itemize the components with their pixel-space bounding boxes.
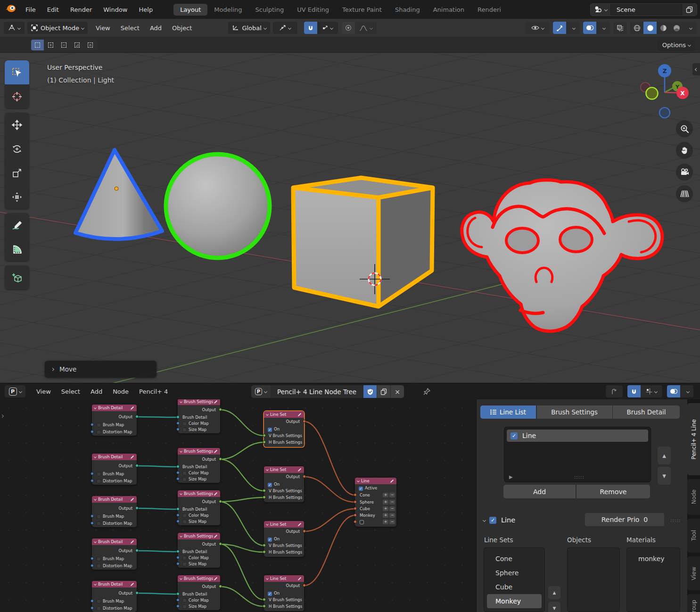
brush-settings-node-4-row-output[interactable]: Output [178, 541, 220, 547]
snap-with-dropdown[interactable] [317, 22, 338, 34]
xray-toggle[interactable] [613, 22, 626, 34]
select-box-tool-button[interactable] [5, 60, 29, 84]
line-set-item-cone[interactable]: Cone [487, 552, 542, 566]
shading-dropdown[interactable] [683, 22, 696, 34]
line-set-node-4-header[interactable]: Line Set [264, 575, 304, 582]
brush-detail-node-5-header[interactable]: Brush Detail [92, 581, 137, 587]
editor-type-button[interactable] [4, 22, 25, 34]
scene-datablock-icon[interactable] [591, 4, 611, 16]
brush-detail-node-2-row-brush-map[interactable]: Brush Map [92, 471, 137, 477]
brush-settings-node-2[interactable]: Brush SettingsOutputBrush DetailColor Ma… [178, 448, 220, 483]
node-menu-view[interactable]: View [31, 386, 56, 397]
workspace-tab-shading[interactable]: Shading [388, 4, 427, 16]
brush-settings-node-1-row-size-map[interactable]: Size Map [178, 427, 220, 432]
brush-detail-node-5[interactable]: Brush DetailOutputBrush MapDistortion Ma… [92, 581, 137, 612]
line-list-box[interactable]: ✓ Line ▶ ::::: [504, 427, 651, 482]
node-overlays-toggle[interactable] [667, 385, 680, 397]
node-menu-pencil-4[interactable]: Pencil+ 4 [134, 386, 173, 397]
brush-settings-node-1[interactable]: Brush SettingsOutputBrush DetailColor Ma… [178, 399, 220, 433]
line-sets-list[interactable]: ConeSphereCubeMonkey [484, 547, 545, 612]
line-node-row-sphere[interactable]: Sphere+− [355, 499, 396, 505]
line-set-item-cube[interactable]: Cube [487, 580, 542, 594]
materials-list[interactable]: monkey [626, 547, 680, 612]
annotate-tool-button[interactable] [5, 213, 29, 237]
line-set-node-3-row-h-brush-settings[interactable]: H Brush Settings [264, 549, 304, 555]
select-mode-subtract-button[interactable]: − [58, 40, 70, 50]
brush-settings-node-3-row-color-map[interactable]: Color Map [178, 513, 220, 518]
proportional-falloff-dropdown[interactable] [355, 22, 377, 34]
line-set-node-3-row-v-brush-settings[interactable]: V Brush Settings [264, 543, 304, 548]
side-tab-pencil-4-line[interactable]: Pencil+ 4 Line [687, 403, 700, 475]
brush-detail-node-1-row-distortion-map[interactable]: Distortion Map [92, 429, 137, 435]
brush-detail-node-5-row-output[interactable]: Output [92, 590, 137, 596]
monkey-object[interactable] [462, 180, 662, 331]
brush-settings-node-3-row-size-map[interactable]: Size Map [178, 519, 220, 524]
brush-detail-node-1-header[interactable]: Brush Detail [92, 405, 137, 411]
line-panel-header[interactable]: ✓ Line Render Prio 0 ::::: [480, 513, 678, 527]
brush-settings-node-2-row-size-map[interactable]: Size Map [178, 476, 220, 482]
line-set-node-1-row-h-brush-settings[interactable]: H Brush Settings [264, 439, 304, 445]
scene-copy-button[interactable] [682, 4, 697, 16]
brush-settings-node-5[interactable]: Brush SettingsOutputBrush DetailColor Ma… [178, 575, 220, 610]
line-set-up-button[interactable]: ▲ [548, 586, 560, 599]
operator-panel-move[interactable]: Move [45, 361, 156, 378]
brush-detail-node-1-row-brush-map[interactable]: Brush Map [92, 422, 137, 428]
orthographic-toggle-button[interactable] [676, 185, 693, 202]
line-node-row-cube[interactable]: Cube+− [355, 506, 396, 512]
node-editor-type-button[interactable]: P [5, 385, 25, 397]
side-tab-view[interactable]: View [687, 556, 700, 590]
node-menu-add[interactable]: Add [85, 386, 107, 397]
cursor-tool-button[interactable] [5, 84, 29, 108]
move-tool-button[interactable] [5, 113, 29, 137]
side-tab-node[interactable]: Node [687, 479, 700, 515]
node-overlays-dropdown[interactable] [680, 385, 693, 397]
gizmo-neg-z-ball[interactable] [659, 108, 670, 118]
navigation-gizmo[interactable]: Z Y X [641, 64, 689, 118]
line-node-row-cone[interactable]: Cone+− [355, 492, 396, 498]
line-set-node-4-row-on[interactable]: ✓On [264, 590, 304, 596]
transform-tool-button[interactable] [5, 185, 29, 209]
line-node[interactable]: Line✓ActiveCone+−Sphere+−Cube+−Monkey+−+… [355, 478, 396, 527]
add-button[interactable]: Add [503, 485, 576, 498]
panel-collapse-chevron[interactable] [483, 518, 486, 521]
shading-rendered-button[interactable] [670, 22, 683, 34]
visibility-dropdown[interactable] [526, 22, 549, 34]
brush-settings-node-3-row-output[interactable]: Output [178, 499, 220, 504]
line-set-node-3-row-output[interactable]: Output [264, 529, 304, 534]
node-menu-select[interactable]: Select [56, 386, 85, 397]
brush-settings-node-5-row-color-map[interactable]: Color Map [178, 597, 220, 603]
render-prio-field[interactable]: Render Prio 0 [585, 513, 664, 526]
node-tree-name-field[interactable]: Pencil+ 4 Line Node Tree [271, 388, 363, 396]
brush-settings-node-2-header[interactable]: Brush Settings [178, 448, 220, 455]
show-gizmo-toggle[interactable] [553, 22, 566, 34]
line-set-node-1[interactable]: Line SetOutput✓OnV Brush SettingsH Brush… [264, 411, 304, 447]
brush-detail-node-3-row-distortion-map[interactable]: Distortion Map [92, 521, 137, 526]
brush-detail-node-4[interactable]: Brush DetailOutputBrush MapDistortion Ma… [92, 538, 137, 570]
line-node-header[interactable]: Line [355, 478, 396, 484]
select-mode-invert-button[interactable]: ◿ [71, 40, 83, 50]
region-expand-arrow[interactable] [1, 411, 3, 420]
brush-settings-node-1-header[interactable]: Brush Settings [178, 399, 220, 405]
brush-detail-node-2-row-distortion-map[interactable]: Distortion Map [92, 478, 137, 484]
brush-detail-node-4-row-distortion-map[interactable]: Distortion Map [92, 563, 137, 569]
list-move-up-button[interactable]: ▲ [658, 447, 671, 464]
brush-settings-node-3-row-brush-detail[interactable]: Brush Detail [178, 506, 220, 512]
line-set-node-4-row-output[interactable]: Output [264, 583, 304, 588]
line-set-item-monkey[interactable]: Monkey [487, 594, 542, 608]
gizmo-neg-y-ball[interactable] [646, 88, 658, 99]
brush-detail-node-2[interactable]: Brush DetailOutputBrush MapDistortion Ma… [92, 454, 137, 485]
mode-dropdown[interactable]: Object Mode [27, 22, 88, 34]
brush-settings-node-5-row-output[interactable]: Output [178, 584, 220, 589]
panel-tab-line-list[interactable]: Line List [480, 405, 536, 419]
node-canvas[interactable]: Brush DetailOutputBrush MapDistortion Ma… [0, 399, 476, 612]
measure-tool-button[interactable] [5, 237, 29, 261]
brush-settings-node-2-row-color-map[interactable]: Color Map [178, 470, 220, 476]
line-set-node-1-row-v-brush-settings[interactable]: V Brush Settings [264, 433, 304, 438]
workspace-tab-renderi[interactable]: Renderi [471, 4, 508, 16]
rotate-tool-button[interactable] [5, 137, 29, 161]
brush-settings-node-1-row-brush-detail[interactable]: Brush Detail [178, 414, 220, 420]
side-tab-group[interactable]: Group [687, 594, 700, 612]
brush-detail-node-2-row-output[interactable]: Output [92, 463, 137, 469]
objects-list[interactable] [567, 547, 620, 612]
brush-detail-node-3-row-output[interactable]: Output [92, 505, 137, 511]
